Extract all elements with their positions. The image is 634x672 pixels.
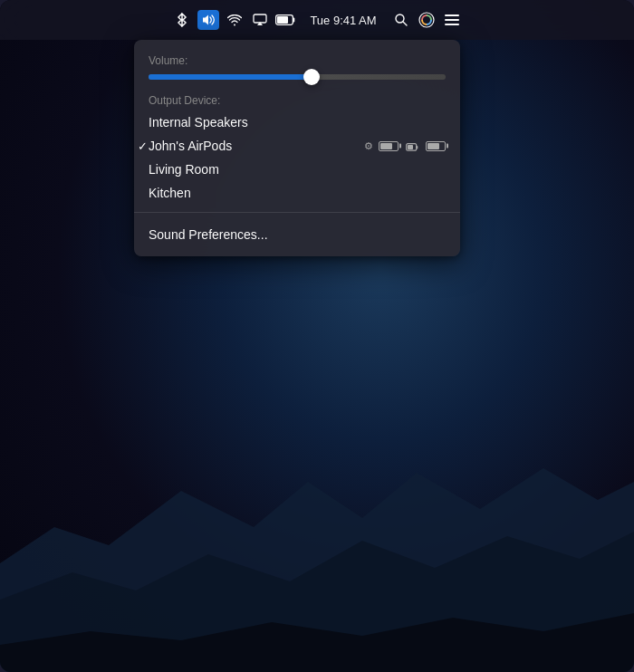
svg-rect-14 xyxy=(417,146,418,149)
svg-rect-10 xyxy=(445,14,459,16)
search-icon[interactable] xyxy=(391,10,411,30)
left-battery-body xyxy=(379,141,399,151)
menu-item-living-room[interactable]: Living Room xyxy=(134,158,460,181)
airpod-settings-icon: ⚙ xyxy=(364,140,373,152)
menu-item-johns-airpods[interactable]: ✓ John's AirPods ⚙ xyxy=(134,134,460,158)
menu-item-internal-speakers[interactable]: Internal Speakers xyxy=(134,110,460,134)
kitchen-label: Kitchen xyxy=(149,186,446,200)
internal-speakers-label: Internal Speakers xyxy=(149,115,446,130)
volume-dropdown: Volume: Output Device: Internal Speakers… xyxy=(134,40,460,256)
battery-menubar-icon[interactable] xyxy=(275,10,295,30)
bluetooth-icon[interactable] xyxy=(172,10,192,30)
volume-slider-fill xyxy=(149,74,312,80)
svg-rect-12 xyxy=(445,24,459,25)
menubar-time: Tue 9:41 AM xyxy=(310,14,376,27)
svg-rect-5 xyxy=(293,18,295,23)
sound-preferences-item[interactable]: Sound Preferences... xyxy=(134,220,460,249)
right-battery-body xyxy=(426,141,446,151)
right-earbud-battery xyxy=(426,141,446,151)
notch-menu-icon[interactable] xyxy=(442,10,462,30)
svg-rect-6 xyxy=(277,16,288,24)
airpods-battery-icons: ⚙ xyxy=(364,140,446,152)
svg-rect-3 xyxy=(254,14,266,23)
volume-slider-thumb[interactable] xyxy=(303,69,320,85)
svg-rect-11 xyxy=(445,19,459,21)
mountains-background xyxy=(0,400,634,672)
volume-section: Volume: xyxy=(134,51,460,91)
menu-divider xyxy=(134,212,460,213)
airplay-icon[interactable] xyxy=(250,10,270,30)
checkmark-icon: ✓ xyxy=(138,139,148,153)
wifi-icon[interactable] xyxy=(225,10,245,30)
volume-label: Volume: xyxy=(149,54,446,67)
left-battery-fill xyxy=(380,143,392,149)
siri-icon[interactable] xyxy=(417,10,437,30)
output-device-label: Output Device: xyxy=(134,91,460,110)
left-earbud-battery xyxy=(379,141,399,151)
volume-icon[interactable] xyxy=(197,10,219,30)
right-battery-fill xyxy=(427,143,439,149)
menubar-icons: Tue 9:41 AM xyxy=(172,10,461,30)
living-room-label: Living Room xyxy=(149,162,446,177)
case-icon xyxy=(406,141,418,151)
volume-slider-track[interactable] xyxy=(149,74,446,80)
menu-item-kitchen[interactable]: Kitchen xyxy=(134,181,460,205)
menubar: Tue 9:41 AM xyxy=(0,0,634,40)
case-battery xyxy=(406,141,418,151)
svg-rect-15 xyxy=(408,145,413,149)
johns-airpods-label: John's AirPods xyxy=(149,139,364,153)
